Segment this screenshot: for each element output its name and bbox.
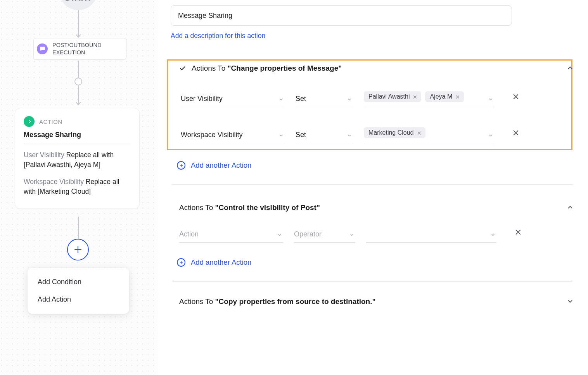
section-title-prefix: Actions To — [179, 203, 215, 212]
actions-section-visibility: Actions To "Control the visibility of Po… — [171, 196, 580, 250]
chevron-down-icon — [347, 133, 352, 138]
add-node-popover: Add Condition Add Action — [28, 268, 129, 314]
add-action-item[interactable]: Add Action — [28, 291, 129, 308]
property-select[interactable]: Workspace Visibility — [181, 128, 285, 143]
add-description-link[interactable]: Add a description for this action — [171, 32, 265, 40]
workflow-canvas: START POST/OUTBOUND EXECUTION — [0, 0, 158, 375]
operator-select[interactable]: Set — [296, 92, 353, 107]
plus-circle-icon: ＋ — [177, 258, 185, 267]
tag-chip: Ajeya M✕ — [425, 91, 464, 102]
remove-tag-icon[interactable]: ✕ — [455, 94, 460, 100]
section-title-bold: "Control the visibility of Post" — [215, 203, 320, 212]
start-label: START — [65, 0, 92, 3]
chevron-up-icon[interactable] — [566, 203, 574, 211]
section-title-bold: "Change properties of Message" — [228, 64, 342, 72]
arrow-right-icon — [24, 116, 35, 127]
actions-section-change-properties: Actions To "Change properties of Message… — [171, 59, 580, 150]
trigger-node[interactable]: POST/OUTBOUND EXECUTION — [33, 38, 126, 60]
action-row: User Visibility Set Pallavi Awasthi✕ Aje… — [179, 88, 577, 107]
property-select[interactable]: Action — [179, 228, 283, 243]
value-multiselect[interactable]: Marketing Cloud✕ — [364, 124, 494, 143]
remove-tag-icon[interactable]: ✕ — [417, 130, 422, 136]
section-title-bold: "Copy properties from source to destinat… — [215, 297, 376, 306]
chevron-down-icon — [488, 133, 493, 138]
divider — [24, 144, 131, 144]
add-another-action-link[interactable]: ＋ Add another Action — [177, 161, 251, 170]
action-node[interactable]: ACTION Message Sharing User Visibility R… — [15, 108, 140, 209]
chevron-up-icon[interactable] — [566, 64, 574, 72]
arrow-down-icon — [76, 102, 81, 106]
section-title-prefix: Actions To — [192, 64, 228, 72]
section-title-prefix: Actions To — [179, 297, 215, 306]
property-select[interactable]: User Visibility — [181, 92, 285, 107]
property-value: User Visibility — [181, 95, 223, 102]
operator-placeholder: Operator — [294, 230, 322, 238]
section-divider — [172, 281, 572, 282]
section-divider — [172, 184, 572, 185]
chevron-down-icon — [278, 97, 284, 102]
property-placeholder: Action — [179, 230, 199, 238]
connector-line — [78, 61, 79, 78]
action-type-label: ACTION — [39, 118, 62, 125]
tag-chip: Pallavi Awasthi✕ — [364, 91, 421, 102]
chevron-down-icon — [277, 232, 282, 238]
connector-line — [78, 217, 79, 239]
operator-value: Set — [296, 131, 306, 139]
node-handle[interactable] — [74, 78, 82, 85]
actions-section-copy-properties: Actions To "Copy properties from source … — [171, 290, 580, 306]
remove-tag-icon[interactable]: ✕ — [413, 94, 417, 100]
arrow-down-icon — [76, 34, 81, 38]
chevron-down-icon — [488, 97, 493, 102]
add-another-action-link[interactable]: ＋ Add another Action — [177, 258, 251, 267]
chevron-down-icon — [490, 232, 496, 238]
tag-chip: Marketing Cloud✕ — [364, 127, 425, 138]
action-title: Message Sharing — [24, 131, 131, 139]
chevron-down-icon[interactable] — [566, 297, 574, 305]
value-multiselect[interactable] — [366, 224, 496, 243]
chevron-down-icon — [347, 97, 352, 102]
connector-line — [78, 85, 79, 104]
operator-select[interactable]: Operator — [294, 228, 355, 243]
check-icon — [179, 65, 186, 72]
add-node-button[interactable] — [67, 239, 89, 260]
action-summary-1: User Visibility Replace all with [Pallav… — [24, 150, 131, 170]
remove-row-button[interactable] — [512, 93, 520, 103]
trigger-label: POST/OUTBOUND EXECUTION — [52, 42, 121, 56]
plus-circle-icon: ＋ — [177, 161, 185, 170]
add-condition-item[interactable]: Add Condition — [28, 273, 129, 291]
value-multiselect[interactable]: Pallavi Awasthi✕ Ajeya M✕ — [364, 88, 494, 107]
operator-select[interactable]: Set — [296, 128, 353, 143]
chevron-down-icon — [349, 232, 355, 238]
action-summary-2: Workspace Visibility Replace all with [M… — [24, 177, 131, 197]
operator-value: Set — [296, 95, 306, 102]
remove-row-button[interactable] — [512, 129, 520, 139]
action-config-panel: Add a description for this action Action… — [158, 0, 588, 375]
connector-line — [78, 10, 79, 37]
action-row: Workspace Visibility Set Marketing Cloud… — [179, 124, 577, 143]
chevron-down-icon — [278, 133, 284, 138]
property-value: Workspace Visibility — [181, 131, 242, 139]
message-icon — [37, 43, 48, 54]
remove-row-button[interactable] — [514, 228, 522, 238]
action-name-input[interactable] — [171, 5, 512, 26]
action-row: Action Operator — [179, 224, 577, 243]
start-node: START — [59, 0, 98, 10]
